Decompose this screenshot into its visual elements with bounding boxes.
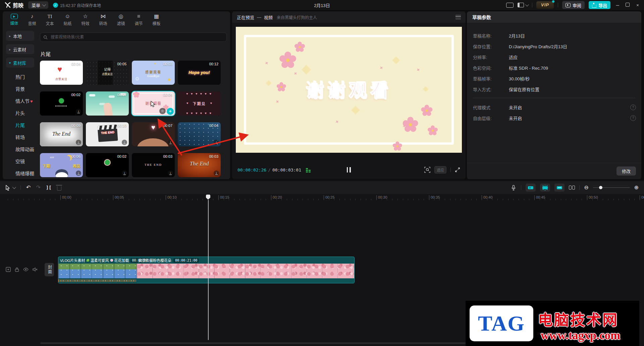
download-icon[interactable]: ↓ (168, 140, 173, 145)
vip-button[interactable]: VIP (536, 1, 554, 9)
favorite-star-icon[interactable]: ☆ (159, 108, 166, 114)
ruler-label-00:45: 00:45 (534, 195, 545, 200)
zoom-in-icon[interactable]: ⊕ (634, 185, 639, 190)
material-card-16[interactable]: The End00:03↓ (178, 153, 221, 177)
material-card-6[interactable]: 00:07 (86, 91, 129, 116)
fit-button[interactable]: 适应 (434, 166, 446, 174)
library-section-3[interactable]: ▾素材库 (6, 58, 34, 68)
autosave-text: 15:42:37 自动保存本地 (60, 2, 101, 8)
category-6[interactable]: 转场 (6, 131, 40, 143)
hide-track-icon[interactable] (23, 267, 29, 272)
clip-1-filmstrip[interactable] (58, 264, 137, 278)
category-5[interactable]: 片尾 (6, 119, 40, 131)
download-icon[interactable]: ↓ (76, 140, 81, 145)
link-toggle[interactable] (554, 184, 565, 192)
download-icon[interactable]: ↓ (76, 170, 81, 176)
info-icon[interactable]: ? (630, 105, 636, 110)
frame-preview-icon[interactable] (424, 167, 430, 173)
time-ruler[interactable]: 00:0000:0500:1000:1500:2000:2500:3000:35… (0, 194, 644, 202)
media-tab-7[interactable]: ◎滤镜 (112, 11, 130, 28)
media-tab-icon-9: ▦ (154, 13, 159, 19)
material-card-8[interactable]: ♥ ♥ ♥ ♥ ♥ ♥♥ ♥ ♥ ♥ ♥ ♥♥♥下期见 (178, 91, 221, 116)
download-icon[interactable]: ↓ (122, 170, 127, 176)
material-card-11[interactable]: ♥00:07↓ (132, 122, 175, 146)
preview-axis-toggle[interactable] (569, 186, 575, 190)
info-icon[interactable]: ? (630, 115, 636, 121)
media-tab-2[interactable]: ♪音频 (23, 11, 41, 28)
search-icon (43, 35, 48, 40)
zoom-slider-handle[interactable] (599, 186, 602, 189)
download-icon[interactable]: ↓ (76, 109, 81, 114)
material-card-14[interactable]: 00:02↓ (86, 153, 129, 177)
mute-track-icon[interactable] (32, 267, 38, 272)
material-card-7[interactable]: 谢谢观看00:04☆+ (132, 91, 175, 116)
layout-switch-icon[interactable] (518, 3, 528, 7)
fullscreen-icon[interactable] (455, 167, 460, 172)
collapse-tracks-icon[interactable] (6, 267, 11, 272)
delete-button[interactable] (57, 186, 61, 191)
select-tool[interactable] (5, 185, 15, 191)
library-section-1[interactable]: ▸本地 (6, 31, 34, 41)
param-value: 未开启 (509, 115, 522, 121)
search-input[interactable] (50, 34, 223, 40)
pause-button[interactable] (347, 167, 351, 172)
zoom-out-icon[interactable]: ⊖ (584, 185, 588, 190)
split-tool[interactable]: ][ (46, 185, 52, 190)
library-section-2[interactable]: ▸云素材 (6, 44, 34, 54)
main-video-track[interactable]: VLOG片头素材 温柔可爱风 花花加载 00:00:07 实景拍摄粉色樱花朵 0… (58, 257, 355, 283)
media-tab-5[interactable]: ☆特效 (76, 11, 94, 28)
export-button[interactable]: 导出 (589, 1, 610, 9)
search-box[interactable] (40, 32, 227, 42)
media-tab-6[interactable]: ⋈转场 (94, 11, 112, 28)
review-button[interactable]: 审阅 (562, 1, 585, 9)
auto-snap-toggle[interactable] (540, 184, 550, 192)
modify-button[interactable]: 修改 (616, 166, 636, 176)
material-card-15[interactable]: THE END00:03↓ (132, 153, 175, 177)
media-tab-9[interactable]: ▦模板 (148, 11, 165, 28)
material-card-2[interactable]: 记得点赞关注00:05 (86, 61, 129, 85)
material-card-9[interactable]: The End00:09↓ (40, 122, 83, 146)
param-label: 分辨率: (473, 54, 509, 60)
maximize-button[interactable] (625, 3, 631, 8)
shortcut-keys-icon[interactable] (506, 3, 514, 8)
category-8[interactable]: 空镜 (6, 155, 40, 167)
ruler-label-00:25: 00:25 (324, 195, 335, 200)
material-card-5[interactable]: 00:02↓ (40, 91, 83, 116)
preview-stage[interactable]: 谢谢观看 ××××××× (236, 27, 462, 153)
close-button[interactable]: × (635, 3, 641, 8)
add-to-track-icon[interactable]: + (167, 108, 174, 115)
minimize-button[interactable]: ─ (614, 3, 621, 8)
category-7[interactable]: 故障动画 (6, 143, 40, 155)
download-icon[interactable]: ↓ (122, 140, 127, 145)
timeline-zoom-slider[interactable] (593, 187, 630, 188)
preview-menu-icon[interactable] (455, 15, 461, 19)
material-card-13[interactable]: 下期再见zzz00:06↓ (40, 153, 83, 177)
logo-dot-icon (59, 98, 64, 103)
lock-track-icon[interactable] (14, 267, 19, 272)
menu-button[interactable]: 菜单 (28, 1, 48, 9)
media-tab-8[interactable]: ≡调节 (130, 11, 148, 28)
clip-2-filmstrip[interactable] (137, 264, 355, 278)
category-3[interactable]: 情人节♥ (6, 95, 40, 107)
material-card-12[interactable]: 00:04↓ (178, 122, 221, 146)
material-card-1[interactable]: ♥点赞关注00:04 (40, 61, 83, 85)
record-voiceover-icon[interactable] (511, 185, 517, 191)
media-tab-4[interactable]: ☺贴纸 (59, 11, 76, 28)
undo-button[interactable]: ↶ (26, 185, 31, 190)
category-9[interactable]: 情绪爆棚 (6, 167, 40, 180)
download-icon[interactable]: ↓ (168, 170, 173, 176)
media-tab-1[interactable]: ▶媒体 (5, 11, 23, 28)
redo-button[interactable]: ↷ (36, 185, 40, 190)
media-tab-3[interactable]: TI文本 (41, 11, 59, 28)
download-icon[interactable]: ↓ (214, 140, 219, 145)
material-card-4[interactable]: Hope you!00:12 (178, 61, 221, 85)
material-card-3[interactable]: ☺★★感谢观看Goodbye00:03 (132, 61, 175, 85)
cover-button[interactable]: 封面 (45, 263, 54, 276)
category-1[interactable]: 热门 (6, 71, 40, 83)
category-4[interactable]: 片头 (6, 107, 40, 119)
category-2[interactable]: 背景 (6, 83, 40, 95)
magnetic-main-track-toggle[interactable] (526, 184, 536, 192)
download-icon[interactable]: ↓ (214, 170, 219, 176)
material-card-10[interactable]: THE END00:10↓ (86, 122, 129, 146)
preview-panel: 正在预览 — 视频 来自黑罐头打狗的主人 谢谢观看 ××××××× 00:00:… (232, 11, 466, 179)
